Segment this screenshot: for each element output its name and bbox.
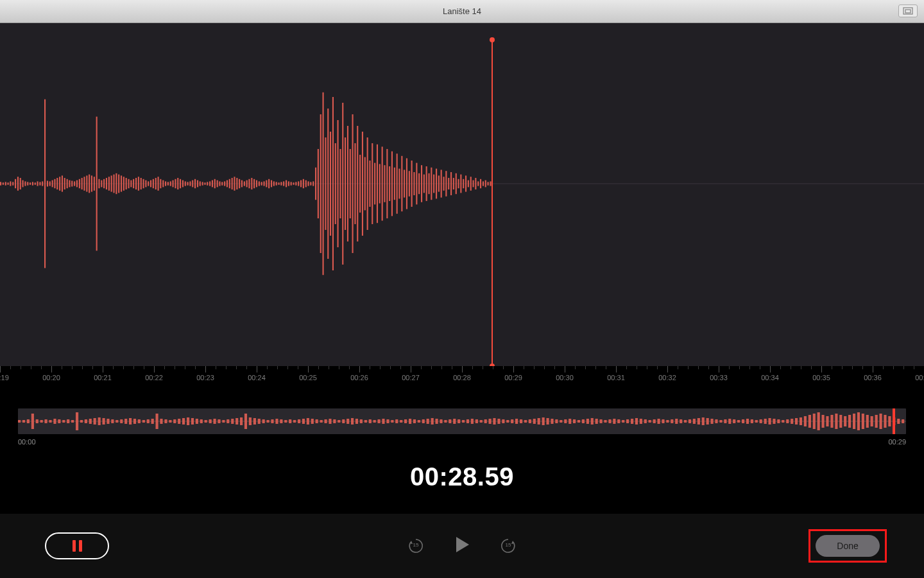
done-button[interactable]: Done <box>816 535 880 557</box>
svg-rect-386 <box>826 416 828 426</box>
svg-rect-148 <box>357 126 358 241</box>
svg-rect-110 <box>264 181 265 186</box>
svg-rect-394 <box>862 414 864 429</box>
svg-rect-35 <box>79 179 80 188</box>
skip-forward-15-icon[interactable]: 15 <box>500 538 517 554</box>
svg-rect-164 <box>397 153 398 214</box>
crop-icon[interactable] <box>898 4 918 17</box>
svg-rect-23 <box>49 181 51 186</box>
svg-rect-186 <box>450 172 452 195</box>
play-button[interactable] <box>452 535 472 557</box>
svg-rect-259 <box>262 419 265 423</box>
svg-rect-122 <box>293 182 295 185</box>
svg-rect-239 <box>173 419 176 423</box>
svg-rect-270 <box>311 419 314 424</box>
svg-rect-284 <box>373 420 376 423</box>
svg-rect-322 <box>542 417 545 425</box>
svg-rect-232 <box>142 420 145 423</box>
svg-rect-99 <box>236 178 237 189</box>
svg-rect-209 <box>40 420 43 423</box>
svg-rect-297 <box>431 418 434 425</box>
svg-rect-52 <box>121 175 122 191</box>
svg-rect-144 <box>347 126 348 241</box>
svg-rect-91 <box>217 180 218 188</box>
svg-rect-137 <box>330 132 331 236</box>
svg-rect-252 <box>231 419 234 424</box>
svg-rect-332 <box>586 419 589 424</box>
svg-rect-338 <box>613 419 615 424</box>
svg-rect-362 <box>719 420 722 423</box>
svg-rect-162 <box>391 152 393 216</box>
ruler-label: 00:30 <box>556 374 574 381</box>
svg-rect-139 <box>335 143 336 224</box>
svg-rect-165 <box>398 169 400 199</box>
svg-rect-292 <box>409 419 411 424</box>
overview-playhead[interactable] <box>893 408 895 434</box>
svg-rect-223 <box>103 418 105 425</box>
svg-rect-83 <box>197 180 198 188</box>
svg-rect-281 <box>360 419 363 423</box>
svg-rect-80 <box>189 181 191 186</box>
svg-rect-101 <box>241 180 243 188</box>
svg-rect-261 <box>271 419 273 423</box>
svg-rect-40 <box>91 175 92 191</box>
svg-rect-127 <box>305 180 307 188</box>
svg-rect-311 <box>493 418 495 425</box>
svg-rect-399 <box>884 415 886 428</box>
svg-rect-87 <box>207 182 208 185</box>
ruler-label: 00:32 <box>658 374 676 381</box>
svg-rect-354 <box>684 420 687 423</box>
svg-rect-264 <box>284 420 287 423</box>
svg-rect-381 <box>804 416 807 426</box>
svg-rect-190 <box>460 175 461 193</box>
svg-rect-147 <box>354 143 355 224</box>
svg-rect-380 <box>800 417 802 425</box>
svg-rect-254 <box>240 417 243 425</box>
svg-rect-218 <box>80 420 83 423</box>
ruler-label: 00:19 <box>0 374 9 381</box>
svg-rect-123 <box>295 182 296 185</box>
svg-rect-248 <box>214 419 216 424</box>
svg-rect-6 <box>8 182 9 185</box>
svg-rect-275 <box>333 419 336 423</box>
svg-rect-160 <box>386 149 388 218</box>
svg-rect-33 <box>74 181 75 186</box>
svg-rect-278 <box>346 419 349 424</box>
svg-rect-180 <box>436 169 437 199</box>
svg-rect-188 <box>456 173 457 194</box>
svg-rect-231 <box>138 419 141 423</box>
time-ruler[interactable]: 00:1900:2000:2100:2200:2300:2400:2500:26… <box>0 366 924 384</box>
skip-back-15-icon[interactable]: 15 <box>407 538 424 554</box>
svg-rect-363 <box>724 419 726 423</box>
svg-rect-13 <box>24 181 26 186</box>
svg-rect-235 <box>156 414 158 429</box>
svg-rect-238 <box>169 420 171 423</box>
svg-rect-295 <box>422 419 425 423</box>
ruler-label: 00:36 <box>864 374 882 381</box>
waveform-overview[interactable] <box>18 408 906 434</box>
svg-rect-347 <box>653 419 656 423</box>
svg-rect-170 <box>411 161 413 207</box>
svg-rect-390 <box>844 416 846 426</box>
svg-rect-349 <box>662 419 664 423</box>
svg-rect-84 <box>200 181 201 186</box>
svg-rect-216 <box>71 420 74 423</box>
svg-rect-197 <box>477 181 479 186</box>
svg-rect-65 <box>153 179 154 188</box>
svg-rect-56 <box>130 180 132 188</box>
svg-rect-17 <box>35 182 36 185</box>
svg-rect-312 <box>497 419 500 424</box>
svg-rect-333 <box>591 418 594 425</box>
svg-rect-307 <box>475 419 478 423</box>
waveform-main[interactable] <box>0 23 924 383</box>
playhead[interactable] <box>492 40 493 366</box>
svg-rect-183 <box>443 177 445 191</box>
svg-rect-277 <box>342 419 345 423</box>
svg-rect-100 <box>239 179 240 188</box>
svg-rect-113 <box>271 180 272 188</box>
svg-rect-67 <box>158 177 159 191</box>
svg-rect-134 <box>323 92 324 275</box>
svg-rect-72 <box>170 181 171 186</box>
pause-button[interactable] <box>45 532 109 559</box>
svg-rect-73 <box>173 180 174 188</box>
